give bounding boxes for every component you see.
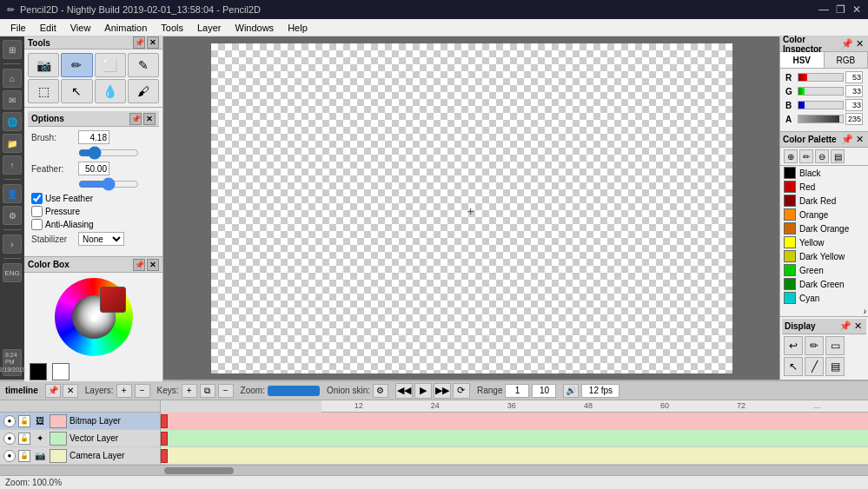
colorbox-close-btn[interactable]: ✕ (147, 259, 159, 271)
layer-display-icon[interactable]: ▤ (825, 357, 845, 376)
palette-item-dark-green[interactable]: Dark Green (780, 277, 868, 291)
ci-pin-btn[interactable]: 📌 (841, 38, 853, 50)
camera-tool[interactable]: 📷 (28, 53, 59, 77)
use-feather-checkbox[interactable] (31, 193, 43, 204)
palette-item-dark-yellow[interactable]: Dark Yellow (780, 249, 868, 263)
forward-btn[interactable]: ▶▶ (434, 383, 451, 399)
fill-display-icon[interactable]: ▭ (825, 336, 845, 355)
pencil-tool[interactable]: ✎ (128, 53, 159, 77)
os-lang-icon[interactable]: ENG (3, 263, 22, 282)
keyframe-bitmap-1[interactable] (161, 414, 168, 428)
os-grid-icon[interactable]: ⊞ (3, 40, 22, 59)
layer-row-vector[interactable]: ● 🔓 ✦ Vector Layer (0, 430, 160, 447)
menu-item-layer[interactable]: Layer (190, 21, 229, 35)
layer-row-bitmap[interactable]: ● 🔓 🖼 Bitmap Layer (0, 413, 160, 430)
colorbox-pin-btn[interactable]: 📌 (133, 259, 145, 271)
palette-item-green[interactable]: Green (780, 263, 868, 277)
os-mail-icon[interactable]: ✉ (3, 90, 22, 109)
minimize-button[interactable]: — (818, 3, 829, 16)
eraser-tool[interactable]: ⬜ (95, 53, 126, 77)
timeline-pin-btn[interactable]: 📌 (45, 384, 61, 398)
os-folder-icon[interactable]: 📁 (3, 134, 22, 153)
menu-item-windows[interactable]: Windows (229, 21, 282, 35)
color-cursor[interactable] (91, 314, 98, 321)
track-bitmap[interactable] (161, 413, 868, 430)
display-pin-btn[interactable]: 📌 (839, 320, 851, 333)
feather-slider[interactable] (78, 179, 139, 189)
add-key-btn[interactable]: + (182, 384, 197, 398)
track-vector[interactable] (161, 430, 868, 447)
canvas-area[interactable]: + (163, 36, 779, 380)
fps-input[interactable] (581, 384, 620, 398)
display-close-btn[interactable]: ✕ (851, 320, 864, 333)
arrow-tool[interactable]: ↖ (61, 79, 92, 103)
pointer-display-icon[interactable]: ↖ (784, 357, 803, 376)
palette-item-red[interactable]: Red (780, 180, 868, 194)
palette-item-black[interactable]: Black (780, 166, 868, 180)
brush-size-slider[interactable] (78, 148, 139, 158)
scroll-thumb[interactable] (164, 467, 234, 474)
layer-row-camera[interactable]: ● 🔓 📷 Camera Layer (0, 447, 160, 465)
os-user-icon[interactable]: 👤 (3, 184, 22, 203)
layer-lock-vector[interactable]: 🔓 (18, 433, 30, 445)
os-settings-icon[interactable]: ⚙ (3, 206, 22, 225)
ci-tab-hsv[interactable]: HSV (780, 52, 825, 68)
eyedropper-tool[interactable]: 💧 (95, 79, 126, 103)
menu-item-help[interactable]: Help (281, 21, 315, 35)
ci-g-input[interactable] (845, 85, 863, 97)
feather-value-input[interactable] (78, 162, 109, 175)
remove-key-btn[interactable]: − (218, 384, 234, 398)
pen-tool[interactable]: ✏ (61, 53, 92, 77)
layer-lock-bitmap[interactable]: 🔓 (18, 415, 30, 427)
range-start-input[interactable] (505, 384, 529, 398)
options-close-btn[interactable]: ✕ (143, 113, 156, 125)
os-chevron-icon[interactable]: › (3, 235, 22, 254)
palette-menu-btn[interactable]: ▤ (831, 149, 845, 163)
palette-item-dark-orange[interactable]: Dark Orange (780, 221, 868, 235)
menu-item-view[interactable]: View (63, 21, 98, 35)
undo-display-icon[interactable]: ↩ (784, 336, 803, 355)
color-wheel-container[interactable] (24, 273, 162, 361)
add-layer-btn[interactable]: + (116, 384, 132, 398)
keyframe-vector-1[interactable] (161, 432, 168, 446)
pressure-checkbox[interactable] (31, 206, 43, 217)
line-display-icon[interactable]: ╱ (805, 357, 824, 376)
os-share-icon[interactable]: ↑ (3, 155, 22, 175)
brush-value-input[interactable] (78, 130, 109, 144)
palette-item-orange[interactable]: Orange (780, 208, 868, 221)
audio-btn[interactable]: 🔊 (563, 384, 579, 398)
play-btn[interactable]: ▶ (414, 383, 432, 399)
rewind-btn[interactable]: ◀◀ (395, 383, 413, 399)
tools-pin-button[interactable]: 📌 (133, 36, 145, 49)
loop-btn[interactable]: ⟳ (453, 383, 470, 399)
layer-lock-camera[interactable]: 🔓 (18, 450, 30, 462)
remove-layer-btn[interactable]: − (135, 384, 150, 398)
tools-close-button[interactable]: ✕ (147, 36, 159, 49)
palette-item-cyan[interactable]: Cyan (780, 291, 868, 305)
timeline-close-btn[interactable]: ✕ (63, 384, 78, 398)
palette-pin-btn[interactable]: 📌 (841, 134, 853, 146)
os-globe-icon[interactable]: 🌐 (3, 112, 22, 131)
ci-b-input[interactable] (845, 99, 863, 111)
ci-close-btn[interactable]: ✕ (853, 38, 865, 50)
menu-item-edit[interactable]: Edit (33, 21, 63, 35)
ci-r-input[interactable] (845, 71, 863, 83)
os-home-icon[interactable]: ⌂ (3, 69, 22, 88)
menu-item-animation[interactable]: Animation (97, 21, 154, 35)
onion-settings-btn[interactable]: ⚙ (373, 384, 388, 398)
color-wheel[interactable] (55, 278, 133, 356)
palette-add-btn[interactable]: ⊕ (784, 149, 798, 163)
ci-tab-rgb[interactable]: RGB (825, 52, 869, 68)
restore-button[interactable]: ❐ (836, 3, 845, 16)
palette-item-yellow[interactable]: Yellow (780, 235, 868, 249)
palette-scroll-right[interactable]: › (864, 307, 866, 316)
anti-alias-checkbox[interactable] (31, 219, 43, 230)
zoom-slider[interactable] (268, 386, 320, 396)
ci-a-input[interactable] (845, 113, 863, 125)
stabilizer-select[interactable]: None Simple Strong (78, 232, 124, 246)
palette-item-dark-red[interactable]: Dark Red (780, 194, 868, 208)
background-swatch[interactable] (52, 363, 70, 380)
track-camera[interactable] (161, 447, 868, 465)
options-pin-btn[interactable]: 📌 (129, 113, 142, 125)
menu-item-file[interactable]: File (3, 21, 33, 35)
